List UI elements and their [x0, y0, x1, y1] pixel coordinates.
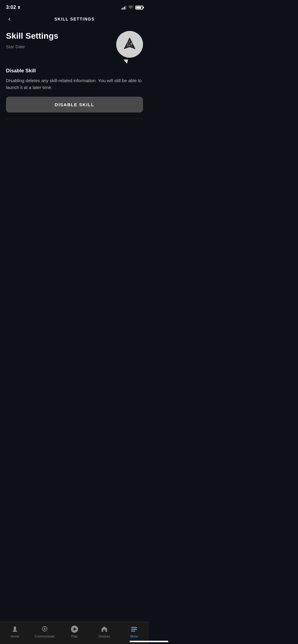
skill-logo-circle: [116, 31, 143, 58]
skill-logo: [116, 31, 143, 61]
signal-icon: [122, 5, 127, 10]
skill-title: Skill Settings: [6, 31, 116, 41]
back-button[interactable]: ‹: [6, 14, 13, 24]
disable-description: Disabling deletes any skill-related info…: [6, 77, 143, 91]
disable-section: Disable Skill Disabling deletes any skil…: [6, 68, 143, 112]
disable-skill-button[interactable]: DISABLE SKILL: [6, 97, 143, 112]
status-time: 3:02 ⬆: [6, 4, 21, 10]
disable-title: Disable Skill: [6, 68, 143, 74]
status-bar: 3:02 ⬆: [0, 0, 149, 13]
location-icon: ⬆: [17, 5, 21, 10]
battery-icon: [135, 6, 143, 10]
status-icons: [122, 5, 143, 10]
section-divider: [6, 118, 143, 119]
starfleet-logo-icon: [122, 37, 137, 52]
bubble-tail: [123, 60, 128, 64]
wifi-icon: [128, 5, 134, 10]
main-content: Skill Settings Star Date Disable Skill: [0, 25, 149, 119]
skill-title-section: Skill Settings Star Date: [6, 31, 116, 49]
page-header: ‹ SKILL SETTINGS: [0, 13, 149, 25]
skill-subtitle: Star Date: [6, 44, 116, 49]
skill-header: Skill Settings Star Date: [6, 31, 143, 61]
page-title: SKILL SETTINGS: [54, 17, 94, 21]
